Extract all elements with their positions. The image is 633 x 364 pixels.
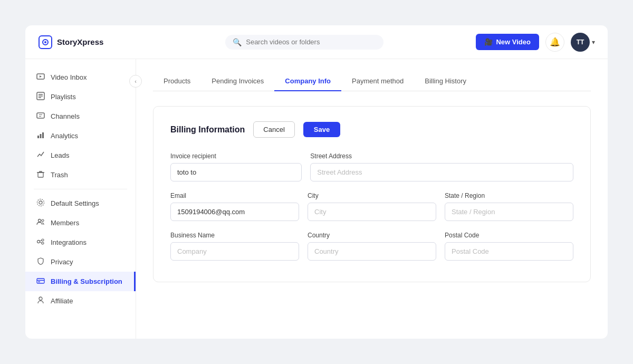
sidebar-label-privacy: Privacy bbox=[51, 258, 73, 266]
sidebar-item-playlists[interactable]: Playlists bbox=[25, 87, 136, 107]
sidebar-item-leads[interactable]: Leads bbox=[25, 146, 136, 165]
content-area: Products Pending Invoices Company Info P… bbox=[136, 59, 608, 339]
city-input[interactable] bbox=[308, 203, 436, 221]
analytics-icon bbox=[36, 131, 45, 141]
playlists-icon bbox=[36, 92, 45, 102]
search-bar: 🔍 bbox=[133, 35, 476, 50]
svg-point-26 bbox=[39, 297, 42, 300]
sidebar-item-video-inbox[interactable]: Video Inbox bbox=[25, 68, 136, 87]
country-label: Country bbox=[308, 232, 436, 239]
sidebar-label-billing: Billing & Subscription bbox=[51, 277, 122, 285]
street-address-label: Street Address bbox=[310, 152, 573, 160]
invoice-recipient-input[interactable] bbox=[170, 163, 302, 181]
form-row-3: Business Name Country Postal Code bbox=[170, 232, 573, 261]
sidebar-item-members[interactable]: Members bbox=[25, 213, 136, 233]
video-icon: 🎥 bbox=[484, 38, 493, 46]
svg-point-16 bbox=[39, 219, 41, 222]
sidebar-label-members: Members bbox=[51, 219, 79, 227]
city-group: City bbox=[308, 192, 436, 221]
logo[interactable]: StoryXpress bbox=[38, 35, 133, 50]
members-icon bbox=[36, 218, 45, 228]
tab-billing-history[interactable]: Billing History bbox=[414, 72, 477, 91]
invoice-recipient-label: Invoice recipient bbox=[170, 152, 302, 160]
svg-line-21 bbox=[40, 241, 42, 242]
street-address-input[interactable] bbox=[310, 163, 573, 181]
notifications-button[interactable]: 🔔 bbox=[545, 33, 564, 52]
search-icon: 🔍 bbox=[233, 38, 242, 46]
business-name-input[interactable] bbox=[170, 242, 299, 261]
svg-rect-12 bbox=[42, 132, 44, 138]
video-inbox-icon bbox=[36, 72, 45, 82]
sidebar: ‹ Video Inbox Playlists bbox=[25, 59, 136, 339]
sidebar-item-trash[interactable]: Trash bbox=[25, 165, 136, 185]
sidebar-label-video-inbox: Video Inbox bbox=[51, 73, 87, 81]
bell-icon: 🔔 bbox=[550, 37, 560, 47]
country-input[interactable] bbox=[308, 242, 436, 261]
save-button[interactable]: Save bbox=[303, 122, 340, 137]
tab-products[interactable]: Products bbox=[153, 72, 201, 91]
svg-point-14 bbox=[39, 201, 42, 204]
logo-text: StoryXpress bbox=[57, 37, 103, 46]
billing-icon bbox=[36, 276, 45, 286]
tab-pending-invoices[interactable]: Pending Invoices bbox=[201, 72, 274, 91]
svg-rect-13 bbox=[38, 173, 43, 177]
form-row-2: Email City State / Region bbox=[170, 192, 573, 221]
sidebar-label-analytics: Analytics bbox=[51, 132, 78, 140]
billing-title: Billing Information bbox=[170, 125, 245, 135]
billing-header: Billing Information Cancel Save bbox=[170, 121, 573, 138]
svg-point-20 bbox=[42, 242, 44, 244]
app-header: StoryXpress 🔍 🎥 New Video 🔔 TT ▾ bbox=[25, 25, 608, 59]
sidebar-label-playlists: Playlists bbox=[51, 93, 76, 101]
svg-line-22 bbox=[40, 242, 42, 243]
postal-code-label: Postal Code bbox=[445, 232, 573, 239]
sidebar-item-default-settings[interactable]: Default Settings bbox=[25, 194, 136, 213]
sidebar-item-billing[interactable]: Billing & Subscription bbox=[25, 272, 136, 291]
sidebar-item-affiliate[interactable]: Affiliate bbox=[25, 291, 136, 311]
new-video-button[interactable]: 🎥 New Video bbox=[476, 34, 539, 50]
svg-point-17 bbox=[42, 219, 44, 222]
sidebar-label-channels: Channels bbox=[51, 112, 80, 120]
sidebar-label-affiliate: Affiliate bbox=[51, 297, 73, 305]
sidebar-item-privacy[interactable]: Privacy bbox=[25, 252, 136, 272]
billing-form: Invoice recipient Street Address E bbox=[170, 152, 573, 261]
channels-icon bbox=[36, 111, 45, 121]
chevron-down-icon: ▾ bbox=[592, 39, 595, 46]
state-region-label: State / Region bbox=[445, 192, 573, 199]
postal-code-group: Postal Code bbox=[445, 232, 573, 261]
tabs-bar: Products Pending Invoices Company Info P… bbox=[153, 72, 591, 91]
sidebar-item-integrations[interactable]: Integrations bbox=[25, 233, 136, 252]
svg-point-15 bbox=[37, 199, 44, 206]
business-name-group: Business Name bbox=[170, 232, 299, 261]
svg-rect-23 bbox=[37, 279, 44, 283]
billing-card: Billing Information Cancel Save Invoice … bbox=[153, 106, 591, 282]
state-region-input[interactable] bbox=[445, 203, 573, 221]
sidebar-label-leads: Leads bbox=[51, 151, 69, 159]
default-settings-icon bbox=[36, 198, 45, 208]
city-label: City bbox=[308, 192, 436, 199]
cancel-button[interactable]: Cancel bbox=[253, 121, 294, 138]
tab-company-info[interactable]: Company Info bbox=[274, 72, 341, 91]
email-input[interactable] bbox=[170, 203, 299, 221]
invoice-recipient-group: Invoice recipient bbox=[170, 152, 302, 181]
country-group: Country bbox=[308, 232, 436, 261]
sidebar-item-analytics[interactable]: Analytics bbox=[25, 126, 136, 146]
svg-rect-11 bbox=[40, 134, 42, 138]
privacy-icon bbox=[36, 257, 45, 267]
postal-code-input[interactable] bbox=[445, 242, 573, 261]
user-menu[interactable]: TT ▾ bbox=[571, 33, 595, 52]
avatar: TT bbox=[571, 33, 590, 52]
sidebar-divider bbox=[34, 189, 127, 189]
search-input[interactable] bbox=[246, 38, 376, 46]
leads-icon bbox=[36, 150, 45, 160]
sidebar-item-channels[interactable]: Channels bbox=[25, 107, 136, 126]
street-address-group: Street Address bbox=[310, 152, 573, 181]
svg-point-19 bbox=[42, 239, 44, 241]
business-name-label: Business Name bbox=[170, 232, 299, 239]
affiliate-icon bbox=[36, 296, 45, 306]
tab-payment-method[interactable]: Payment method bbox=[341, 72, 414, 91]
svg-rect-9 bbox=[37, 113, 44, 118]
sidebar-label-default-settings: Default Settings bbox=[51, 199, 99, 207]
sidebar-collapse-button[interactable]: ‹ bbox=[129, 75, 142, 88]
form-row-1: Invoice recipient Street Address bbox=[170, 152, 573, 181]
state-region-group: State / Region bbox=[445, 192, 573, 221]
